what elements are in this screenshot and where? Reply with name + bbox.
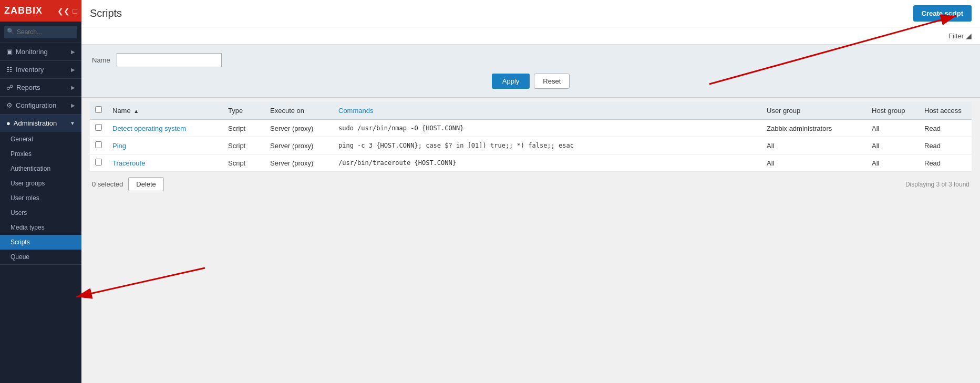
col-header-host-access: Host access xyxy=(919,102,972,119)
sidebar-item-authentication[interactable]: Authentication xyxy=(0,161,81,176)
row-type-cell: Script xyxy=(223,154,265,172)
row-usergroup-cell: All xyxy=(761,154,866,172)
sidebar-item-label-monitoring: Monitoring xyxy=(16,48,48,56)
row-hostgroup-cell: All xyxy=(866,154,919,172)
sidebar-search-container xyxy=(0,22,81,43)
filter-toggle-bar: Filter ◢ xyxy=(81,27,980,45)
sidebar-item-general[interactable]: General xyxy=(0,132,81,147)
filter-panel: Name Apply Reset xyxy=(81,45,980,98)
filter-name-input[interactable] xyxy=(117,53,222,67)
sidebar-item-label-administration: Administration xyxy=(14,119,57,127)
chevron-inventory: ▶ xyxy=(71,67,75,73)
row-checkbox-0[interactable] xyxy=(95,124,102,131)
sidebar-item-queue[interactable]: Queue xyxy=(0,250,81,264)
table-row: Detect operating system Script Server (p… xyxy=(90,119,972,137)
row-commands-cell: ping -c 3 {HOST.CONN}; case $? in [01]) … xyxy=(333,137,761,154)
row-usergroup-cell: Zabbix administrators xyxy=(761,119,866,137)
row-name-link-2[interactable]: Traceroute xyxy=(112,159,145,167)
page-title: Scripts xyxy=(90,7,122,19)
sidebar-item-reports[interactable]: ☍ Reports ▶ xyxy=(0,79,81,96)
row-checkbox-cell xyxy=(90,119,107,137)
sidebar: ZABBIX ❮❮ □ ▣ Monitoring ▶ ☷ Inventory ▶ xyxy=(0,0,81,383)
filter-toggle[interactable]: Filter ◢ xyxy=(948,32,972,40)
col-header-user-group: User group xyxy=(761,102,866,119)
reset-button[interactable]: Reset xyxy=(534,74,570,89)
reports-icon: ☍ xyxy=(6,84,13,91)
collapse-icon[interactable]: ❮❮ xyxy=(57,7,70,15)
top-bar: Scripts Create script xyxy=(81,0,980,27)
row-type-cell: Script xyxy=(223,119,265,137)
sidebar-item-user-groups[interactable]: User groups xyxy=(0,176,81,191)
select-all-checkbox[interactable] xyxy=(95,106,102,113)
config-icon: ⚙ xyxy=(6,101,13,109)
chevron-administration: ▼ xyxy=(70,120,75,126)
row-name-link-1[interactable]: Ping xyxy=(112,142,126,150)
sidebar-item-users[interactable]: Users xyxy=(0,205,81,220)
sidebar-item-label-reports: Reports xyxy=(16,84,40,91)
filter-icon: ◢ xyxy=(966,32,972,40)
sidebar-header: ZABBIX ❮❮ □ xyxy=(0,0,81,22)
filter-label: Filter xyxy=(948,32,964,40)
filter-row: Name xyxy=(92,53,969,67)
chevron-configuration: ▶ xyxy=(71,102,75,108)
row-execute-cell: Server (proxy) xyxy=(265,137,333,154)
sidebar-item-label-inventory: Inventory xyxy=(16,66,44,74)
filter-name-label: Name xyxy=(92,56,110,64)
sidebar-search-input[interactable] xyxy=(4,26,77,38)
sidebar-item-inventory[interactable]: ☷ Inventory ▶ xyxy=(0,61,81,78)
row-execute-cell: Server (proxy) xyxy=(265,154,333,172)
row-hostaccess-cell: Read xyxy=(919,154,972,172)
apply-button[interactable]: Apply xyxy=(492,74,530,89)
app-logo: ZABBIX xyxy=(4,5,43,16)
row-hostgroup-cell: All xyxy=(866,119,919,137)
displaying-count: Displaying 3 of 3 found xyxy=(905,181,969,188)
col-header-host-group: Host group xyxy=(866,102,919,119)
chevron-reports: ▶ xyxy=(71,85,75,90)
sidebar-item-media-types[interactable]: Media types xyxy=(0,220,81,235)
sidebar-item-configuration[interactable]: ⚙ Configuration ▶ xyxy=(0,97,81,114)
nav-section-configuration: ⚙ Configuration ▶ xyxy=(0,97,81,115)
sidebar-item-user-roles[interactable]: User roles xyxy=(0,191,81,205)
scripts-table: Name ▲ Type Execute on Commands xyxy=(90,102,972,172)
row-hostaccess-cell: Read xyxy=(919,119,972,137)
col-header-execute-on: Execute on xyxy=(265,102,333,119)
row-checkbox-2[interactable] xyxy=(95,159,102,165)
create-script-button[interactable]: Create script xyxy=(913,5,972,22)
row-hostgroup-cell: All xyxy=(866,137,919,154)
nav-section-inventory: ☷ Inventory ▶ xyxy=(0,61,81,79)
row-name-cell: Traceroute xyxy=(107,154,223,172)
sidebar-item-monitoring[interactable]: ▣ Monitoring ▶ xyxy=(0,43,81,60)
row-name-link-0[interactable]: Detect operating system xyxy=(112,125,186,132)
content-area: Filter ◢ Name Apply Reset xyxy=(81,27,980,383)
sidebar-item-proxies[interactable]: Proxies xyxy=(0,147,81,161)
col-header-name[interactable]: Name ▲ xyxy=(107,102,223,119)
expand-icon[interactable]: □ xyxy=(73,7,77,15)
row-hostaccess-cell: Read xyxy=(919,137,972,154)
inventory-icon: ☷ xyxy=(6,66,13,74)
table-area: Name ▲ Type Execute on Commands xyxy=(81,102,980,202)
nav-section-monitoring: ▣ Monitoring ▶ xyxy=(0,43,81,61)
table-footer: 0 selected Delete Displaying 3 of 3 foun… xyxy=(90,172,972,193)
admin-icon: ● xyxy=(6,119,11,127)
admin-sub-menu: General Proxies Authentication User grou… xyxy=(0,132,81,264)
chevron-monitoring: ▶ xyxy=(71,49,75,55)
row-usergroup-cell: All xyxy=(761,137,866,154)
row-name-cell: Ping xyxy=(107,137,223,154)
select-all-header xyxy=(90,102,107,119)
monitor-icon: ▣ xyxy=(6,48,13,56)
col-header-type: Type xyxy=(223,102,265,119)
row-checkbox-1[interactable] xyxy=(95,141,102,148)
row-checkbox-cell xyxy=(90,137,107,154)
row-type-cell: Script xyxy=(223,137,265,154)
sidebar-controls: ❮❮ □ xyxy=(57,7,77,15)
col-header-commands: Commands xyxy=(333,102,761,119)
sidebar-item-administration[interactable]: ● Administration ▼ xyxy=(0,115,81,132)
delete-button[interactable]: Delete xyxy=(128,177,164,191)
sidebar-item-scripts[interactable]: Scripts xyxy=(0,235,81,250)
scripts-tbody: Detect operating system Script Server (p… xyxy=(90,119,972,172)
row-commands-cell: sudo /usr/bin/nmap -O {HOST.CONN} xyxy=(333,119,761,137)
main-content: Scripts Create script Filter ◢ Name Appl… xyxy=(81,0,980,383)
table-row: Traceroute Script Server (proxy) /usr/bi… xyxy=(90,154,972,172)
row-commands-cell: /usr/bin/traceroute {HOST.CONN} xyxy=(333,154,761,172)
row-name-cell: Detect operating system xyxy=(107,119,223,137)
